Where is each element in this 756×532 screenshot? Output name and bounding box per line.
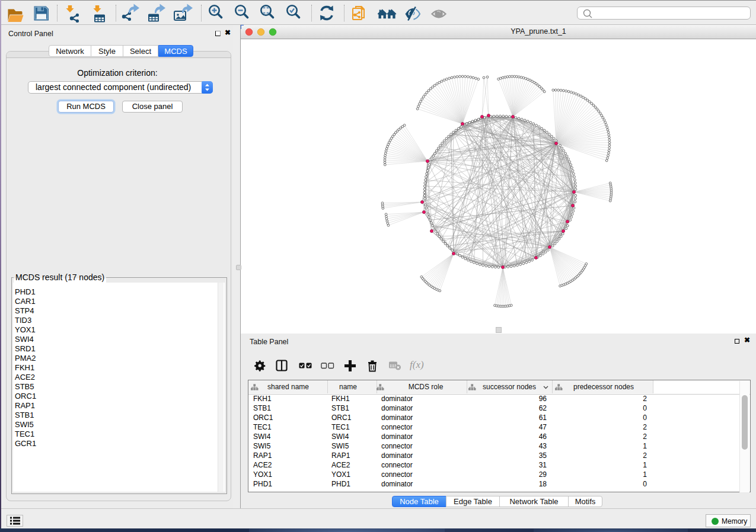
svg-text:f(x): f(x): [410, 359, 424, 370]
